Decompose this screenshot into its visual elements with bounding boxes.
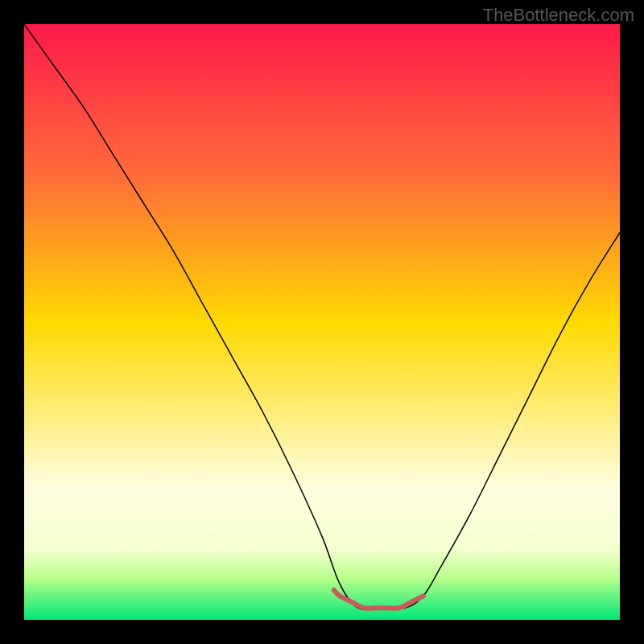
chart-background [24, 24, 620, 620]
watermark-text: TheBottleneck.com [483, 5, 634, 26]
chart-container [24, 24, 620, 620]
chart-svg [24, 24, 620, 620]
